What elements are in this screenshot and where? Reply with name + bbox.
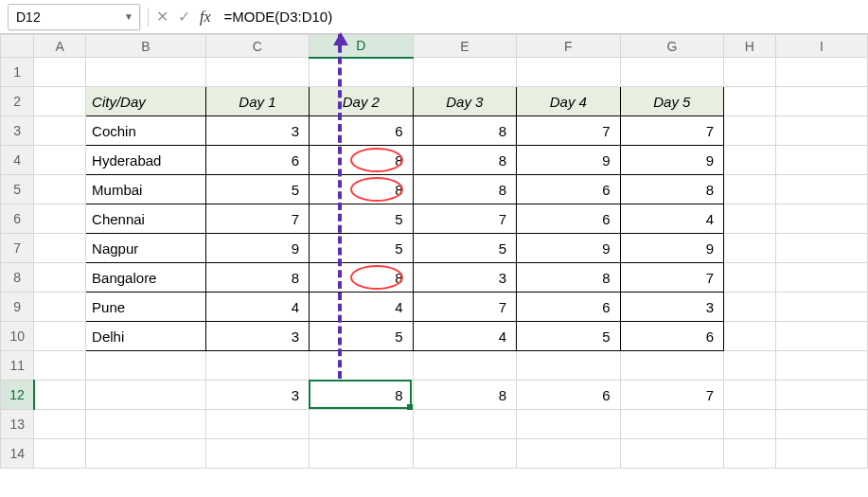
col-header-I[interactable]: I [775,35,867,58]
cell[interactable]: 7 [620,263,723,293]
cell[interactable]: 6 [517,204,620,234]
select-all-corner[interactable] [1,35,34,58]
table-header-day5[interactable]: Day 5 [620,87,723,116]
cell-city[interactable]: Delhi [86,322,206,351]
row-header[interactable]: 9 [1,293,34,322]
enter-icon[interactable]: ✓ [178,8,190,26]
mode-cell[interactable]: 3 [205,381,309,410]
cell-city[interactable]: Nagpur [86,234,206,263]
cancel-icon[interactable]: ✕ [156,8,168,26]
col-header-D[interactable]: D [310,35,413,58]
cell[interactable]: 8 [310,175,413,204]
col-header-G[interactable]: G [620,35,723,58]
cell[interactable]: 9 [205,234,309,263]
cell-city[interactable]: Cochin [86,116,206,146]
cell[interactable]: 6 [620,322,723,351]
mode-cell[interactable]: 6 [517,381,620,410]
cell[interactable]: 8 [413,175,516,204]
column-header-row: A B C D E F G H I [1,35,868,58]
col-header-F[interactable]: F [517,35,620,58]
row-header[interactable]: 1 [1,58,34,87]
row-header[interactable]: 3 [1,116,34,146]
cell[interactable]: 4 [413,322,516,351]
row-header[interactable]: 10 [1,322,34,351]
cell[interactable]: 3 [205,116,309,146]
cell[interactable]: 5 [517,322,620,351]
cell[interactable]: 8 [310,146,413,175]
row-header[interactable]: 11 [1,351,34,381]
cell[interactable]: 8 [413,116,516,146]
cell[interactable]: 3 [413,263,516,293]
table-header-day1[interactable]: Day 1 [205,87,309,116]
formula-bar: D12 ▼ ✕ ✓ fx [0,0,868,34]
cell[interactable]: 9 [517,146,620,175]
cell[interactable]: 5 [310,234,413,263]
name-box-value: D12 [16,9,41,25]
col-header-A[interactable]: A [34,35,86,58]
cell[interactable]: 8 [517,263,620,293]
row-header[interactable]: 8 [1,263,34,293]
mode-cell-selected[interactable]: 8 [310,381,413,410]
cell[interactable]: 8 [205,263,309,293]
cell-city[interactable]: Mumbai [86,175,206,204]
table-header-day4[interactable]: Day 4 [517,87,620,116]
cell[interactable]: 8 [413,146,516,175]
row-header[interactable]: 5 [1,175,34,204]
table-header-city[interactable]: City/Day [86,87,206,116]
cell-city[interactable]: Bangalore [86,263,206,293]
cell[interactable]: 9 [620,146,723,175]
cell[interactable]: 5 [310,322,413,351]
row-header[interactable]: 13 [1,410,34,439]
cell[interactable]: 6 [310,116,413,146]
table-header-day3[interactable]: Day 3 [413,87,516,116]
cell-city[interactable]: Hyderabad [86,146,206,175]
col-header-E[interactable]: E [413,35,516,58]
cell[interactable]: 7 [413,204,516,234]
row-header[interactable]: 14 [1,439,34,469]
table-header-day2[interactable]: Day 2 [310,87,413,116]
cell[interactable]: 4 [620,204,723,234]
cell[interactable]: 9 [620,234,723,263]
mode-cell[interactable]: 8 [413,381,516,410]
col-header-B[interactable]: B [86,35,206,58]
cell[interactable]: 5 [310,204,413,234]
cell[interactable]: 3 [205,322,309,351]
row-header[interactable]: 2 [1,87,34,116]
sheet-table[interactable]: A B C D E F G H I 1 2 City/Day Day 1 Day… [0,34,868,469]
cell-city[interactable]: Pune [86,293,206,322]
cell[interactable]: 5 [205,175,309,204]
cell-city[interactable]: Chennai [86,204,206,234]
row-header[interactable]: 12 [1,381,34,410]
cell[interactable]: 5 [413,234,516,263]
chevron-down-icon[interactable]: ▼ [124,11,133,22]
col-header-H[interactable]: H [724,35,776,58]
fx-icon[interactable]: fx [200,9,211,26]
spreadsheet-grid: A B C D E F G H I 1 2 City/Day Day 1 Day… [0,34,868,469]
cell[interactable]: 9 [517,234,620,263]
row-header[interactable]: 6 [1,204,34,234]
cell[interactable]: 4 [310,293,413,322]
cell[interactable]: 8 [310,263,413,293]
cell[interactable]: 6 [517,175,620,204]
cell[interactable]: 8 [620,175,723,204]
cell[interactable]: 6 [517,293,620,322]
cell[interactable]: 4 [205,293,309,322]
cell[interactable]: 7 [620,116,723,146]
cell[interactable]: 7 [413,293,516,322]
mode-cell[interactable]: 7 [620,381,723,410]
cell[interactable]: 7 [205,204,309,234]
formula-bar-buttons: ✕ ✓ fx [156,8,211,26]
row-header[interactable]: 7 [1,234,34,263]
cell[interactable]: 7 [517,116,620,146]
col-header-C[interactable]: C [205,35,309,58]
formula-input[interactable] [219,4,860,30]
cell[interactable]: 6 [205,146,309,175]
divider [148,8,149,27]
row-header[interactable]: 4 [1,146,34,175]
name-box[interactable]: D12 ▼ [8,4,140,30]
cell[interactable]: 3 [620,293,723,322]
